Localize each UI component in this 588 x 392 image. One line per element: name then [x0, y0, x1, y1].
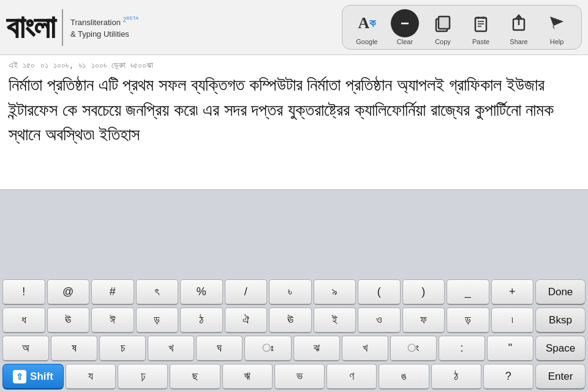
key-uu[interactable]: ঊ: [47, 307, 90, 333]
help-label: Help: [550, 38, 564, 45]
app-header: বাংলা Transliteration 2BETA & Typing Uti…: [0, 0, 588, 55]
key-taka[interactable]: ৳: [269, 279, 312, 305]
key-quote[interactable]: ": [487, 336, 533, 361]
key-o[interactable]: ও: [358, 307, 401, 333]
google-icon: Aক: [353, 9, 381, 37]
keyboard-row-3: অ ষ চ খ ঘ ঃ ঝ খ ং : " Space: [0, 336, 588, 361]
paste-button[interactable]: Paste: [462, 9, 499, 45]
key-at[interactable]: @: [47, 279, 90, 305]
keyboard: ! @ # ৎ % / ৳ ৯ ( ) _ + Done ধ ঊ ঈ ড় ঠ …: [0, 277, 588, 392]
keyboard-row-1: ! @ # ৎ % / ৳ ৯ ( ) _ + Done: [0, 279, 588, 305]
key-a[interactable]: অ: [2, 336, 49, 361]
enter-button[interactable]: Enter: [535, 364, 586, 390]
key-slash[interactable]: /: [225, 279, 268, 305]
paste-label: Paste: [472, 38, 489, 45]
keyboard-row-2: ধ ঊ ঈ ড় ঠ ঐ ঊ ই ও ফ ড় ৷ Bksp: [0, 307, 588, 333]
svg-rect-1: [439, 17, 450, 29]
toolbar: Aক Google − Clear Copy Paste Share: [342, 5, 582, 50]
key-uu2[interactable]: ঊ: [269, 307, 312, 333]
logo-text: বাংলা: [6, 12, 55, 43]
key-ch[interactable]: চ: [99, 336, 146, 361]
row4-keys: য ঢ় ছ ঋ ভ ণ ঙ ঠ ?: [66, 364, 533, 390]
keyboard-row-4: ⇧ Shift য ঢ় ছ ঋ ভ ণ ঙ ঠ ? Enter: [0, 364, 588, 390]
key-hash[interactable]: #: [91, 279, 134, 305]
logo-area: বাংলা Transliteration 2BETA & Typing Uti…: [6, 9, 138, 46]
key-tth2[interactable]: ঠ: [431, 364, 481, 390]
bksp-button[interactable]: Bksp: [535, 307, 586, 333]
space-button[interactable]: Space: [535, 336, 586, 361]
share-button[interactable]: Share: [500, 9, 537, 45]
key-ss[interactable]: ষ: [51, 336, 97, 361]
key-ii[interactable]: ঈ: [91, 307, 134, 333]
svg-marker-11: [550, 17, 564, 30]
key-dari[interactable]: ৷: [491, 307, 534, 333]
copy-label: Copy: [435, 38, 451, 45]
key-kh2[interactable]: খ: [342, 336, 388, 361]
key-colon[interactable]: :: [439, 336, 485, 361]
key-jh[interactable]: ঝ: [293, 336, 340, 361]
key-tth[interactable]: ঠ: [180, 307, 223, 333]
done-button[interactable]: Done: [535, 279, 586, 305]
key-plus[interactable]: +: [491, 279, 534, 305]
key-ph[interactable]: ফ: [402, 307, 445, 333]
beta-badge: 2BETA: [123, 17, 139, 23]
clear-button[interactable]: − Clear: [386, 9, 423, 45]
row2-keys: ধ ঊ ঈ ড় ঠ ঐ ঊ ই ও ফ ড় ৷: [2, 307, 533, 333]
row1-keys: ! @ # ৎ % / ৳ ৯ ( ) _ +: [2, 279, 533, 305]
help-button[interactable]: Help: [538, 9, 575, 45]
text-area[interactable]: এই ১৫০ ০১ ১০০৳, ৳১ ১০০৳ ড়্রুো ৳৫০০ঝা নি…: [0, 55, 588, 190]
copy-button[interactable]: Copy: [424, 9, 461, 45]
key-question[interactable]: ?: [483, 364, 533, 390]
key-y[interactable]: য: [66, 364, 116, 390]
key-9[interactable]: ৯: [314, 279, 356, 305]
logo-divider: [62, 9, 63, 46]
paste-icon: [467, 9, 495, 37]
share-label: Share: [510, 38, 527, 45]
help-icon: [543, 9, 571, 37]
key-rr2[interactable]: ড়: [447, 307, 489, 333]
clear-label: Clear: [397, 38, 413, 45]
key-ri[interactable]: ঋ: [222, 364, 273, 390]
row3-keys: অ ষ চ খ ঘ ঃ ঝ খ ং : ": [2, 336, 533, 361]
key-dh[interactable]: ধ: [2, 307, 45, 333]
key-anusvara[interactable]: ং: [390, 336, 437, 361]
key-lparen[interactable]: (: [358, 279, 401, 305]
google-button[interactable]: Aক Google: [349, 9, 385, 45]
share-icon: [505, 9, 533, 37]
key-exclaim[interactable]: !: [2, 279, 45, 305]
shift-arrow-icon: ⇧: [13, 370, 26, 383]
key-chh[interactable]: ছ: [170, 364, 220, 390]
key-ai[interactable]: ঐ: [225, 307, 268, 333]
scroll-hint-text: এই ১৫০ ০১ ১০০৳, ৳১ ১০০৳ ড়্রুো ৳৫০০ঝা: [9, 60, 579, 70]
key-rparen[interactable]: ): [402, 279, 445, 305]
key-bng1[interactable]: ৎ: [136, 279, 179, 305]
copy-icon: [429, 9, 457, 37]
key-rr[interactable]: ড়: [136, 307, 179, 333]
key-bh[interactable]: ভ: [274, 364, 325, 390]
key-underscore[interactable]: _: [447, 279, 489, 305]
key-kh[interactable]: খ: [148, 336, 194, 361]
key-nn[interactable]: ণ: [326, 364, 377, 390]
key-gh[interactable]: ঘ: [196, 336, 243, 361]
shift-label: Shift: [30, 371, 53, 383]
key-pct[interactable]: %: [180, 279, 223, 305]
key-i[interactable]: ই: [314, 307, 356, 333]
clear-icon: −: [391, 9, 419, 37]
key-rh[interactable]: ঢ়: [118, 364, 168, 390]
logo-subtitle: Transliteration 2BETA & Typing Utilities: [70, 14, 138, 40]
key-visarga[interactable]: ঃ: [244, 336, 291, 361]
main-content-text: নির্মাতা প্রতিষ্ঠান এটি প্রথম সফল ব্যক্ত…: [9, 73, 579, 148]
shift-button[interactable]: ⇧ Shift: [2, 364, 64, 390]
key-ng[interactable]: ঙ: [379, 364, 429, 390]
google-label: Google: [356, 38, 377, 45]
